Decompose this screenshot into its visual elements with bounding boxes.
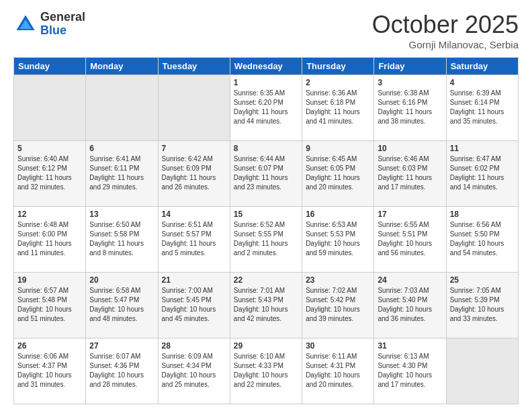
day-info: Sunrise: 6:44 AMSunset: 6:07 PMDaylight:…	[234, 154, 298, 192]
table-row	[446, 338, 518, 404]
col-saturday: Saturday	[446, 58, 518, 75]
table-row: 22Sunrise: 7:01 AMSunset: 5:43 PMDayligh…	[230, 273, 302, 338]
table-row: 27Sunrise: 6:07 AMSunset: 4:36 PMDayligh…	[86, 338, 158, 404]
day-info: Sunrise: 6:58 AMSunset: 5:47 PMDaylight:…	[89, 286, 154, 324]
col-sunday: Sunday	[14, 58, 86, 75]
table-row: 28Sunrise: 6:09 AMSunset: 4:34 PMDayligh…	[158, 338, 230, 404]
day-info: Sunrise: 6:52 AMSunset: 5:55 PMDaylight:…	[234, 220, 298, 258]
day-number: 30	[306, 341, 370, 351]
day-number: 18	[450, 210, 515, 219]
day-info: Sunrise: 6:11 AMSunset: 4:31 PMDaylight:…	[306, 352, 370, 390]
table-row: 10Sunrise: 6:46 AMSunset: 6:03 PMDayligh…	[374, 141, 446, 207]
day-number: 4	[450, 78, 515, 87]
table-row: 19Sunrise: 6:57 AMSunset: 5:48 PMDayligh…	[14, 273, 86, 338]
table-row: 18Sunrise: 6:56 AMSunset: 5:50 PMDayligh…	[446, 207, 518, 273]
day-number: 12	[17, 210, 82, 219]
month-title: October 2025	[372, 11, 519, 39]
table-row: 25Sunrise: 7:05 AMSunset: 5:39 PMDayligh…	[446, 273, 518, 338]
day-info: Sunrise: 6:42 AMSunset: 6:09 PMDaylight:…	[162, 154, 226, 192]
day-info: Sunrise: 7:02 AMSunset: 5:42 PMDaylight:…	[306, 286, 370, 324]
calendar-page: General Blue October 2025 Gornji Milanov…	[0, 0, 532, 411]
day-number: 5	[17, 144, 82, 153]
day-info: Sunrise: 6:13 AMSunset: 4:30 PMDaylight:…	[378, 352, 442, 390]
table-row: 23Sunrise: 7:02 AMSunset: 5:42 PMDayligh…	[302, 273, 374, 338]
logo-blue: Blue	[40, 24, 85, 38]
day-info: Sunrise: 7:05 AMSunset: 5:39 PMDaylight:…	[450, 286, 515, 324]
day-number: 9	[306, 144, 370, 153]
table-row	[86, 75, 158, 141]
day-info: Sunrise: 6:36 AMSunset: 6:18 PMDaylight:…	[306, 89, 370, 126]
table-row: 26Sunrise: 6:06 AMSunset: 4:37 PMDayligh…	[14, 338, 86, 404]
table-row: 8Sunrise: 6:44 AMSunset: 6:07 PMDaylight…	[230, 141, 302, 207]
day-number: 6	[89, 144, 154, 153]
day-info: Sunrise: 6:45 AMSunset: 6:05 PMDaylight:…	[306, 154, 370, 192]
table-row: 12Sunrise: 6:48 AMSunset: 6:00 PMDayligh…	[14, 207, 86, 273]
day-info: Sunrise: 6:47 AMSunset: 6:02 PMDaylight:…	[450, 154, 515, 192]
day-number: 16	[306, 210, 370, 219]
table-row: 31Sunrise: 6:13 AMSunset: 4:30 PMDayligh…	[374, 338, 446, 404]
table-row: 4Sunrise: 6:39 AMSunset: 6:14 PMDaylight…	[446, 75, 518, 141]
day-number: 7	[162, 144, 226, 153]
day-number: 25	[450, 275, 515, 285]
day-info: Sunrise: 7:03 AMSunset: 5:40 PMDaylight:…	[378, 286, 442, 324]
table-row: 30Sunrise: 6:11 AMSunset: 4:31 PMDayligh…	[302, 338, 374, 404]
col-wednesday: Wednesday	[230, 58, 302, 75]
logo: General Blue	[13, 11, 85, 38]
day-number: 27	[89, 341, 154, 351]
day-info: Sunrise: 7:00 AMSunset: 5:45 PMDaylight:…	[162, 286, 226, 324]
table-row: 9Sunrise: 6:45 AMSunset: 6:05 PMDaylight…	[302, 141, 374, 207]
table-row: 29Sunrise: 6:10 AMSunset: 4:33 PMDayligh…	[230, 338, 302, 404]
calendar-table: Sunday Monday Tuesday Wednesday Thursday…	[13, 57, 519, 404]
header: General Blue October 2025 Gornji Milanov…	[13, 11, 519, 50]
table-row	[158, 75, 230, 141]
table-row: 20Sunrise: 6:58 AMSunset: 5:47 PMDayligh…	[86, 273, 158, 338]
day-info: Sunrise: 6:09 AMSunset: 4:34 PMDaylight:…	[162, 352, 226, 390]
day-number: 14	[162, 210, 226, 219]
day-info: Sunrise: 6:35 AMSunset: 6:20 PMDaylight:…	[234, 89, 298, 126]
table-row: 14Sunrise: 6:51 AMSunset: 5:57 PMDayligh…	[158, 207, 230, 273]
table-row: 13Sunrise: 6:50 AMSunset: 5:58 PMDayligh…	[86, 207, 158, 273]
table-row: 3Sunrise: 6:38 AMSunset: 6:16 PMDaylight…	[374, 75, 446, 141]
day-number: 17	[378, 210, 442, 219]
day-info: Sunrise: 6:39 AMSunset: 6:14 PMDaylight:…	[450, 89, 515, 126]
day-info: Sunrise: 6:10 AMSunset: 4:33 PMDaylight:…	[234, 352, 298, 390]
table-row: 2Sunrise: 6:36 AMSunset: 6:18 PMDaylight…	[302, 75, 374, 141]
day-info: Sunrise: 6:40 AMSunset: 6:12 PMDaylight:…	[17, 154, 82, 192]
table-row: 1Sunrise: 6:35 AMSunset: 6:20 PMDaylight…	[230, 75, 302, 141]
table-row: 15Sunrise: 6:52 AMSunset: 5:55 PMDayligh…	[230, 207, 302, 273]
table-row: 24Sunrise: 7:03 AMSunset: 5:40 PMDayligh…	[374, 273, 446, 338]
day-number: 29	[234, 341, 298, 351]
day-number: 15	[234, 210, 298, 219]
col-friday: Friday	[374, 58, 446, 75]
day-info: Sunrise: 6:56 AMSunset: 5:50 PMDaylight:…	[450, 220, 515, 258]
day-number: 20	[89, 275, 154, 285]
day-number: 1	[234, 78, 298, 87]
logo-general: General	[40, 11, 85, 24]
table-row: 16Sunrise: 6:53 AMSunset: 5:53 PMDayligh…	[302, 207, 374, 273]
day-info: Sunrise: 6:48 AMSunset: 6:00 PMDaylight:…	[17, 220, 82, 258]
day-number: 31	[378, 341, 442, 351]
logo-icon	[13, 12, 38, 36]
day-number: 26	[17, 341, 82, 351]
day-number: 24	[378, 275, 442, 285]
day-info: Sunrise: 6:46 AMSunset: 6:03 PMDaylight:…	[378, 154, 442, 192]
col-thursday: Thursday	[302, 58, 374, 75]
day-info: Sunrise: 6:41 AMSunset: 6:11 PMDaylight:…	[89, 154, 154, 192]
day-info: Sunrise: 7:01 AMSunset: 5:43 PMDaylight:…	[234, 286, 298, 324]
day-info: Sunrise: 6:57 AMSunset: 5:48 PMDaylight:…	[17, 286, 82, 324]
col-monday: Monday	[86, 58, 158, 75]
day-info: Sunrise: 6:50 AMSunset: 5:58 PMDaylight:…	[89, 220, 154, 258]
day-number: 3	[378, 78, 442, 87]
table-row: 6Sunrise: 6:41 AMSunset: 6:11 PMDaylight…	[86, 141, 158, 207]
day-number: 23	[306, 275, 370, 285]
location: Gornji Milanovac, Serbia	[372, 39, 519, 50]
day-number: 11	[450, 144, 515, 153]
day-info: Sunrise: 6:06 AMSunset: 4:37 PMDaylight:…	[17, 352, 82, 390]
table-row: 21Sunrise: 7:00 AMSunset: 5:45 PMDayligh…	[158, 273, 230, 338]
day-info: Sunrise: 6:51 AMSunset: 5:57 PMDaylight:…	[162, 220, 226, 258]
day-number: 13	[89, 210, 154, 219]
day-number: 28	[162, 341, 226, 351]
table-row: 5Sunrise: 6:40 AMSunset: 6:12 PMDaylight…	[14, 141, 86, 207]
col-tuesday: Tuesday	[158, 58, 230, 75]
day-number: 19	[17, 275, 82, 285]
